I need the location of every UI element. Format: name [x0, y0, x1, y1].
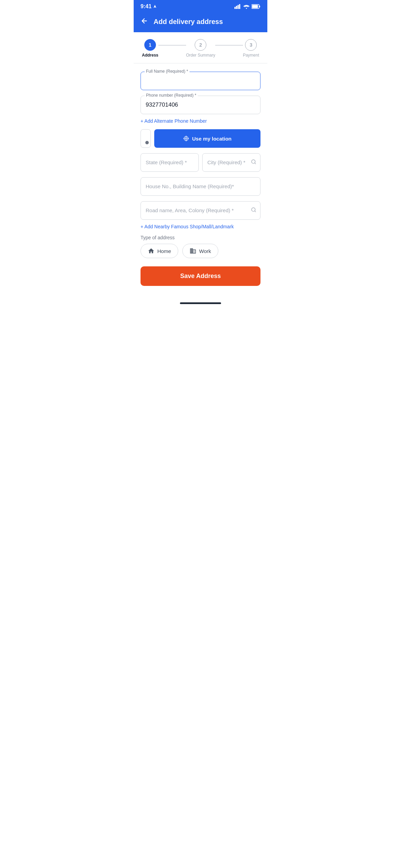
step-connector-1 — [158, 45, 186, 46]
work-type-button[interactable]: Work — [182, 244, 218, 258]
svg-rect-0 — [234, 7, 236, 9]
step-3-label: Payment — [243, 53, 259, 58]
pincode-dots — [145, 141, 149, 144]
svg-line-16 — [255, 211, 256, 212]
step-3-circle: 3 — [245, 39, 257, 51]
step-1-circle: 1 — [144, 39, 156, 51]
location-arrow-icon — [153, 4, 157, 9]
city-group — [202, 153, 260, 172]
phone-label: Phone number (Required) * — [145, 93, 198, 98]
address-type-label: Type of address — [141, 235, 260, 240]
step-2: 2 Order Summary — [186, 39, 215, 58]
page-title: Add delivery address — [154, 18, 223, 26]
svg-rect-1 — [236, 6, 238, 9]
form: Full Name (Required) * Phone number (Req… — [134, 63, 267, 300]
pincode-input[interactable] — [141, 129, 151, 148]
full-name-group: Full Name (Required) * — [141, 72, 260, 90]
state-city-row — [141, 153, 260, 172]
status-icons — [234, 4, 260, 9]
header: Add delivery address — [134, 12, 267, 32]
phone-group: Phone number (Required) * — [141, 96, 260, 114]
add-landmark-button[interactable]: + Add Nearby Famous Shop/Mall/Landmark — [141, 224, 260, 229]
step-connector-2 — [215, 45, 243, 46]
house-input[interactable] — [141, 177, 260, 196]
home-label: Home — [157, 248, 171, 254]
save-address-button[interactable]: Save Address — [141, 266, 260, 286]
road-input[interactable] — [141, 201, 260, 220]
state-group — [141, 153, 199, 172]
state-input[interactable] — [141, 153, 199, 172]
full-name-label: Full Name (Required) * — [145, 69, 190, 74]
svg-rect-6 — [259, 6, 260, 8]
use-location-label: Use my location — [192, 136, 231, 142]
svg-line-14 — [255, 163, 256, 164]
pincode-row: Use my location — [141, 129, 260, 148]
status-bar: 9:41 — [134, 0, 267, 12]
signal-icon — [234, 4, 241, 9]
home-bar — [180, 302, 221, 304]
address-type-section: Type of address Home Work — [141, 235, 260, 258]
home-indicator — [134, 300, 267, 307]
step-1-label: Address — [142, 53, 158, 58]
svg-rect-2 — [238, 5, 239, 9]
svg-rect-5 — [252, 5, 258, 8]
full-name-input[interactable] — [141, 72, 260, 90]
step-3: 3 Payment — [243, 39, 259, 58]
house-group — [141, 177, 260, 196]
work-icon — [190, 248, 196, 254]
add-alternate-button[interactable]: + Add Alternate Phone Number — [141, 118, 260, 124]
city-search-icon — [251, 159, 256, 166]
svg-rect-3 — [239, 4, 241, 9]
svg-point-7 — [185, 138, 187, 140]
back-button[interactable] — [141, 17, 148, 26]
location-dot-icon — [183, 135, 189, 142]
road-search-icon — [251, 207, 256, 214]
status-time: 9:41 — [141, 3, 157, 10]
home-icon — [148, 248, 155, 254]
home-type-button[interactable]: Home — [141, 244, 178, 258]
step-2-circle: 2 — [195, 39, 206, 51]
phone-input[interactable] — [141, 96, 260, 114]
address-type-buttons: Home Work — [141, 244, 260, 258]
work-label: Work — [199, 248, 211, 254]
step-1: 1 Address — [142, 39, 158, 58]
use-location-button[interactable]: Use my location — [154, 129, 260, 148]
battery-icon — [252, 4, 260, 9]
progress-steps: 1 Address 2 Order Summary 3 Payment — [134, 32, 267, 63]
wifi-icon — [243, 4, 250, 9]
step-2-label: Order Summary — [186, 53, 215, 58]
road-group — [141, 201, 260, 220]
pincode-group — [141, 129, 151, 148]
dot-1 — [145, 141, 149, 144]
